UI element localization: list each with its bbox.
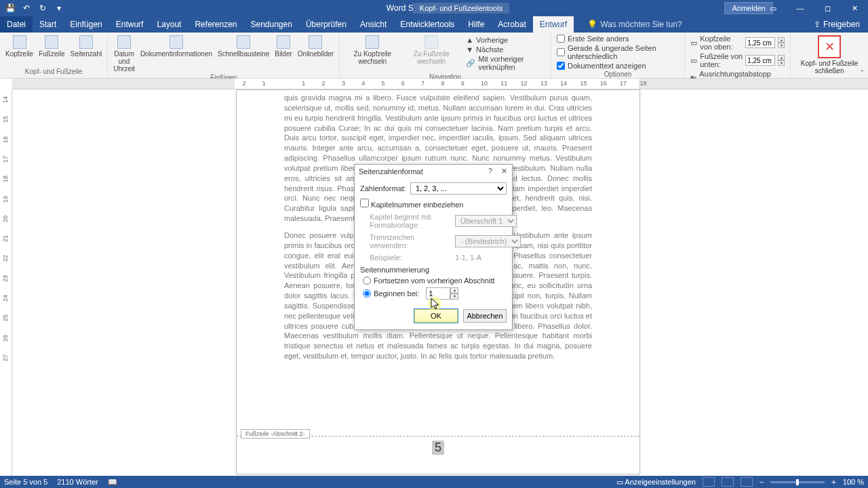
chapter-style-select: Überschrift 1 xyxy=(455,215,517,227)
tab-design[interactable]: Entwurf xyxy=(109,16,151,33)
zoom-in-icon[interactable]: + xyxy=(831,478,835,486)
ribbon-group-options: Erste Seite anders Gerade & ungerade Sei… xyxy=(551,33,685,78)
separator-select: - (Bindestrich) xyxy=(455,235,521,247)
ribbon-tabs: Datei Start Einfügen Entwurf Layout Refe… xyxy=(0,16,868,33)
share-icon: ⇪ xyxy=(814,20,821,29)
examples-value: 1-1, 1-A xyxy=(455,253,481,262)
zoom-slider[interactable] xyxy=(770,481,825,483)
minimize-icon[interactable]: — xyxy=(787,0,814,16)
tab-view[interactable]: Ansicht xyxy=(353,16,393,33)
tab-insert[interactable]: Einfügen xyxy=(63,16,108,33)
spin-down-icon[interactable]: ▾ xyxy=(450,293,458,300)
datetime-button[interactable]: Datum und Uhrzeit xyxy=(111,34,138,74)
tab-mailings[interactable]: Sendungen xyxy=(244,16,299,33)
tab-start[interactable]: Start xyxy=(33,16,63,33)
onlineimages-button[interactable]: Onlinebilder xyxy=(295,34,336,59)
read-mode-icon[interactable] xyxy=(703,477,715,487)
save-icon[interactable]: 💾 xyxy=(3,1,18,16)
footer-area[interactable]: Fußzeile -Abschnitt 2- 5 xyxy=(237,436,639,474)
show-doctext-checkbox[interactable]: Dokumenttext anzeigen xyxy=(554,61,649,70)
tab-developer[interactable]: Entwicklertools xyxy=(393,16,461,33)
status-bar: Seite 5 von 5 2110 Wörter 📖 ▭ Anzeigeein… xyxy=(0,476,868,488)
zoom-level[interactable]: 100 % xyxy=(843,478,864,486)
title-bar: 💾 ↶ ↻ ▾ Word Seitenzahlen - Word Kopf- u… xyxy=(0,0,868,16)
close-headerfooter-button[interactable]: ✕ xyxy=(818,35,841,58)
different-first-page-checkbox[interactable]: Erste Seite anders xyxy=(554,34,632,43)
pagenumber-button[interactable]: Seitenzahl xyxy=(68,34,105,59)
tab-review[interactable]: Überprüfen xyxy=(299,16,353,33)
spin-up-icon[interactable]: ▴ xyxy=(450,287,458,293)
collapse-ribbon-icon[interactable]: ˄ xyxy=(861,69,864,77)
ribbon-options-icon[interactable]: ▭ xyxy=(760,0,787,16)
display-settings[interactable]: ▭ Anzeigeeinstellungen xyxy=(616,478,696,487)
window-controls: ▭ — ◻ ✕ xyxy=(760,0,868,16)
tab-file[interactable]: Datei xyxy=(0,16,33,33)
dialog-close-icon[interactable]: ✕ xyxy=(497,165,511,177)
contextual-tab-title: Kopf- und Fußzeilentools xyxy=(413,3,509,14)
footer-bottom-spin[interactable]: ▭Fußzeile von unten:▴▾ xyxy=(688,52,787,69)
proofing-icon[interactable]: 📖 xyxy=(108,478,117,487)
close-icon[interactable]: ✕ xyxy=(841,0,868,16)
next-button[interactable]: ▼Nächste xyxy=(463,45,545,54)
ok-button[interactable]: OK xyxy=(414,309,458,323)
page-numbering-section-label: Seitennummerierung xyxy=(360,266,507,274)
redo-icon[interactable]: ↻ xyxy=(35,1,50,16)
ribbon: Kopfzeile Fußzeile Seitenzahl Kopf- und … xyxy=(0,33,868,79)
tab-layout[interactable]: Layout xyxy=(150,16,188,33)
cancel-button[interactable]: Abbrechen xyxy=(463,309,507,323)
print-layout-icon[interactable] xyxy=(722,477,734,487)
ribbon-group-headerfooter: Kopfzeile Fußzeile Seitenzahl Kopf- und … xyxy=(0,33,108,78)
tell-me-search[interactable]: 💡 Was möchten Sie tun? xyxy=(587,16,682,33)
chapter-style-label: Kapitel beginnt mit Formatvorlage: xyxy=(370,213,451,229)
help-icon[interactable]: ? xyxy=(484,165,497,177)
qat-more-icon[interactable]: ▾ xyxy=(52,1,66,16)
goto-header-button[interactable]: Zu Kopfzeile wechseln xyxy=(342,34,402,66)
tab-help[interactable]: Hilfe xyxy=(461,16,491,33)
group-label: Kopf- und Fußzeile xyxy=(3,68,104,77)
previous-button[interactable]: ▲Vorherige xyxy=(463,35,545,45)
goto-footer-button[interactable]: Zu Fußzeile wechseln xyxy=(402,34,460,66)
ribbon-group-insert: Datum und Uhrzeit Dokumentinformationen … xyxy=(108,33,340,78)
page-number-field[interactable]: 5 xyxy=(432,441,444,455)
tab-references[interactable]: Referenzen xyxy=(188,16,243,33)
dialog-titlebar[interactable]: Seitenzahlenformat ? ✕ xyxy=(355,165,512,178)
word-count[interactable]: 2110 Wörter xyxy=(57,478,98,486)
footer-button[interactable]: Fußzeile xyxy=(36,34,67,59)
vertical-ruler[interactable]: 1415161718192021222324252627 xyxy=(0,89,12,476)
docinfo-button[interactable]: Dokumentinformationen xyxy=(138,34,215,59)
undo-icon[interactable]: ↶ xyxy=(19,1,34,16)
share-button[interactable]: ⇪ Freigeben xyxy=(806,16,868,33)
start-at-radio[interactable]: Beginnen bei: ▴▾ xyxy=(363,287,507,300)
quickparts-button[interactable]: Schnellbausteine xyxy=(215,34,272,59)
separator-label: Trennzeichen verwenden: xyxy=(370,233,451,249)
include-chapter-checkbox[interactable]: Kapitelnummer einbeziehen xyxy=(360,199,463,209)
number-format-label: Zahlenformat: xyxy=(360,184,406,192)
tell-me-placeholder: Was möchten Sie tun? xyxy=(600,20,682,29)
page-number-format-dialog: Seitenzahlenformat ? ✕ Zahlenformat: 1, … xyxy=(354,164,513,330)
continue-previous-radio[interactable]: Fortsetzen vom vorherigen Abschnitt xyxy=(363,277,507,285)
images-button[interactable]: Bilder xyxy=(272,34,295,59)
footer-section-label: Fußzeile -Abschnitt 2- xyxy=(241,429,310,439)
zoom-out-icon[interactable]: − xyxy=(760,478,764,486)
header-top-spin[interactable]: ▭Kopfzeile von oben:▴▾ xyxy=(688,34,787,52)
lightbulb-icon: 💡 xyxy=(587,20,597,29)
page-indicator[interactable]: Seite 5 von 5 xyxy=(4,478,47,486)
ribbon-group-close: ✕ Kopf- und Fußzeile schließen xyxy=(791,33,868,78)
web-layout-icon[interactable] xyxy=(741,477,753,487)
start-at-input[interactable] xyxy=(426,287,450,300)
number-format-select[interactable]: 1, 2, 3, ... xyxy=(410,182,507,195)
link-previous-button[interactable]: 🔗Mit vorheriger verknüpfen xyxy=(463,54,545,72)
dialog-title: Seitenzahlenformat xyxy=(359,167,423,176)
ribbon-group-position: ▭Kopfzeile von oben:▴▾ ▭Fußzeile von unt… xyxy=(685,33,791,78)
tab-acrobat[interactable]: Acrobat xyxy=(491,16,532,33)
tab-headerfooter-design[interactable]: Entwurf xyxy=(533,16,574,33)
maximize-icon[interactable]: ◻ xyxy=(814,0,841,16)
different-odd-even-checkbox[interactable]: Gerade & ungerade Seiten unterschiedlich xyxy=(554,43,682,61)
quick-access-toolbar: 💾 ↶ ↻ ▾ xyxy=(0,1,66,16)
ribbon-group-navigation: Zu Kopfzeile wechseln Zu Fußzeile wechse… xyxy=(340,33,551,78)
horizontal-ruler[interactable]: 21123456789101112131415161718 xyxy=(12,79,868,89)
header-button[interactable]: Kopfzeile xyxy=(3,34,36,59)
examples-label: Beispiele: xyxy=(370,253,451,262)
